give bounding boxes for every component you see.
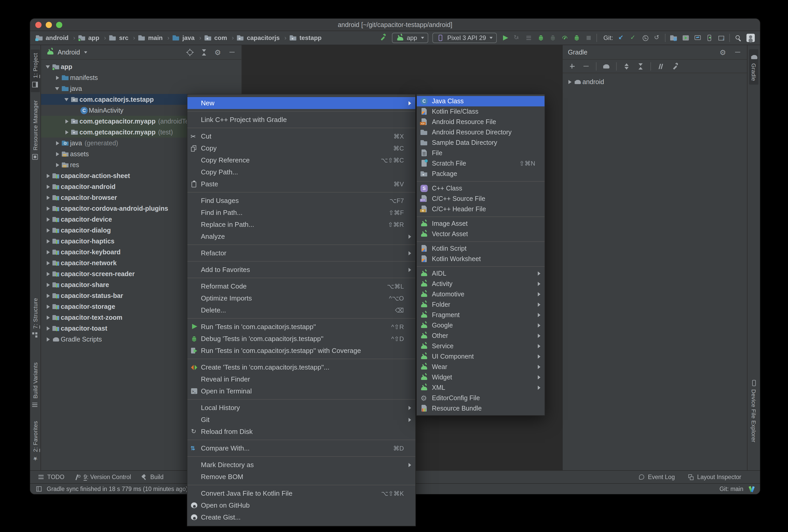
zoom-button[interactable]	[56, 22, 62, 28]
settings-gear-icon[interactable]	[214, 48, 222, 56]
menu-item[interactable]: AIDL	[417, 268, 545, 279]
menu-item[interactable]: File	[417, 148, 545, 158]
history-icon[interactable]	[641, 34, 649, 42]
hide-panel-icon[interactable]	[733, 48, 742, 56]
menu-item[interactable]: C/C++ Header File	[417, 204, 545, 214]
toolwindow-button[interactable]: Layout Inspector	[687, 473, 741, 480]
menu-item[interactable]: Git	[188, 414, 415, 426]
chevron-down-icon[interactable]	[84, 51, 87, 53]
sdk-manager-icon[interactable]	[717, 34, 726, 42]
menu-item[interactable]: Kotlin Worksheet	[417, 254, 545, 264]
menu-item[interactable]: Find Usages ⌥F7	[188, 195, 415, 206]
tree-row[interactable]: android	[563, 76, 747, 87]
chevron-icon[interactable]	[45, 238, 51, 244]
apply-code-changes-icon[interactable]	[525, 34, 533, 42]
chevron-icon[interactable]	[45, 216, 51, 222]
chevron-icon[interactable]	[73, 107, 79, 113]
chevron-icon[interactable]	[55, 86, 60, 91]
menu-item[interactable]: Copy Reference ⌥⇧⌘C	[188, 154, 415, 166]
menu-item[interactable]: Refactor	[188, 247, 415, 259]
menu-item[interactable]: Add to Favorites	[188, 264, 415, 276]
menu-item[interactable]: Scratch File ⇧⌘N	[417, 158, 545, 169]
tree-row[interactable]: java	[41, 83, 241, 94]
locate-icon[interactable]	[186, 48, 194, 56]
chevron-icon[interactable]	[45, 249, 51, 255]
chevron-icon[interactable]	[64, 97, 70, 102]
device-selector[interactable]: Pixel 3 API 29	[432, 33, 497, 43]
menu-item[interactable]: Android Resource File	[417, 117, 545, 127]
toolwindow-button[interactable]: TODO	[37, 473, 64, 480]
menu-item[interactable]: Google	[417, 320, 545, 331]
hide-panel-icon[interactable]	[228, 48, 236, 56]
menu-item[interactable]: Find in Path... ⇧⌘F	[188, 206, 415, 218]
toolwindow-tab[interactable]: Gradle	[749, 49, 759, 85]
chevron-icon[interactable]	[55, 151, 60, 157]
running-devices-icon[interactable]	[706, 34, 714, 42]
minus-icon[interactable]	[582, 62, 590, 70]
breadcrumb-item[interactable]: testapp	[289, 34, 321, 42]
menu-item[interactable]: Open in Terminal	[188, 385, 415, 397]
chevron-icon[interactable]	[55, 162, 60, 168]
menu-item[interactable]: Analyze	[188, 231, 415, 242]
settings-gear-icon[interactable]	[719, 48, 727, 56]
toolbar-divider[interactable]	[596, 62, 596, 70]
chevron-icon[interactable]	[567, 79, 573, 85]
menu-item[interactable]: Widget	[417, 372, 545, 382]
menu-item[interactable]	[188, 316, 415, 321]
menu-item[interactable]: Local History	[188, 402, 415, 414]
menu-item[interactable]: Debug 'Tests in 'com.capacitorjs.testapp…	[188, 333, 415, 344]
profiler-button-icon[interactable]	[561, 34, 569, 42]
menu-item[interactable]: Reformat Code ⌥⌘L	[188, 280, 415, 292]
menu-item[interactable]: Delete... ⌫	[188, 304, 415, 316]
chevron-icon[interactable]	[45, 293, 51, 298]
logcat-icon[interactable]	[682, 34, 690, 42]
menu-item[interactable]: Mark Directory as	[188, 459, 415, 471]
menu-item[interactable]	[188, 276, 415, 280]
tree-row[interactable]: manifests	[41, 72, 241, 83]
menu-item[interactable]: Package	[417, 169, 545, 179]
avatar[interactable]	[747, 34, 755, 42]
hide-toolwindows-icon[interactable]	[35, 485, 43, 493]
breadcrumb-item[interactable]: main	[138, 34, 172, 42]
breadcrumb-item[interactable]: android	[35, 34, 78, 42]
collapse-all-icon[interactable]	[636, 62, 645, 70]
menu-item[interactable]: Copy ⌘C	[188, 142, 415, 154]
build-wrench-icon[interactable]	[378, 33, 388, 43]
chevron-icon[interactable]	[45, 184, 51, 190]
menu-item[interactable]: Create 'Tests in 'com.capacitorjs.testap…	[188, 361, 415, 373]
breadcrumb-item[interactable]: src	[109, 34, 138, 42]
menu-item[interactable]	[188, 483, 415, 487]
project-view-selector[interactable]: Android	[58, 48, 80, 56]
menu-item[interactable]	[188, 437, 415, 442]
chevron-icon[interactable]	[45, 195, 51, 200]
chevron-icon[interactable]	[45, 271, 51, 277]
menu-item[interactable]: Copy Path...	[188, 166, 415, 178]
menu-item[interactable]: Activity	[417, 279, 545, 289]
menu-item[interactable]: C++ Class	[417, 183, 545, 194]
menu-item[interactable]: Create Gist...	[188, 511, 415, 523]
toolwindow-tab[interactable]: Device File Explorer	[749, 375, 759, 446]
menu-item[interactable]	[188, 357, 415, 361]
collapse-all-icon[interactable]	[200, 48, 208, 56]
chevron-icon[interactable]	[64, 118, 70, 124]
device-manager-icon[interactable]	[670, 34, 678, 42]
breadcrumb-item[interactable]: app	[78, 34, 109, 42]
breadcrumb-item[interactable]: capacitorjs	[236, 34, 289, 42]
toolwindow-tab[interactable]: Build Variants	[31, 358, 40, 412]
menu-item[interactable]: Run 'Tests in 'com.capacitorjs.testapp''…	[188, 344, 415, 357]
minimize-button[interactable]	[46, 22, 52, 28]
menu-item[interactable]	[417, 179, 545, 183]
menu-item[interactable]: Java Class	[417, 96, 545, 106]
menu-item[interactable]	[188, 397, 415, 402]
gradle-sync-icon[interactable]	[602, 62, 610, 70]
breadcrumb-item[interactable]: java	[172, 34, 204, 42]
menu-item[interactable]: Kotlin Script	[417, 243, 545, 254]
toolwindow-tab[interactable]: 7: Structure	[31, 294, 40, 343]
toolwindow-button[interactable]: Event Log	[638, 473, 675, 480]
git-branch-widget[interactable]: Git: main	[720, 486, 743, 492]
menu-item[interactable]: Folder	[417, 299, 545, 310]
breadcrumb-item[interactable]: com	[204, 34, 236, 42]
menu-item[interactable]: Vector Asset	[417, 229, 545, 239]
menu-item[interactable]: Run 'Tests in 'com.capacitorjs.testapp''…	[188, 321, 415, 333]
chevron-icon[interactable]	[45, 205, 51, 211]
